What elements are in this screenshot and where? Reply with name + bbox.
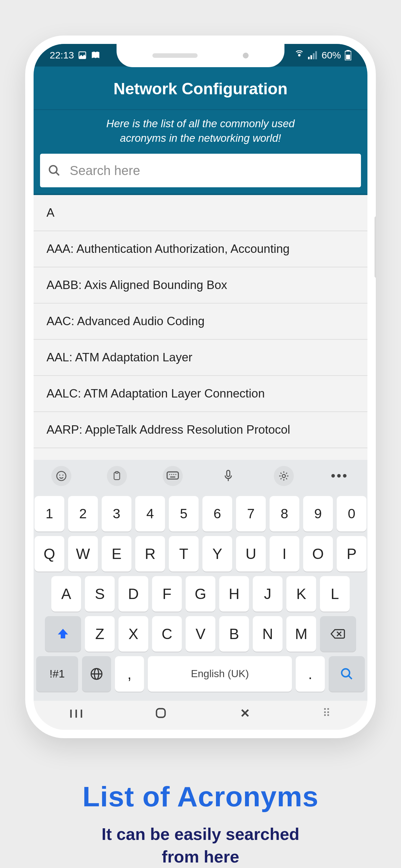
svg-line-29 [348,676,352,679]
key-p[interactable]: P [337,536,366,571]
key-d[interactable]: D [119,576,148,612]
key-o[interactable]: O [303,536,333,571]
key-s[interactable]: S [85,576,115,612]
phone-frame: 22:13 60% Network Configuration Here is … [25,35,376,738]
keyboard-row-2: ASDFGHJKL [36,576,365,612]
more-icon[interactable]: ••• [330,466,350,486]
settings-gear-icon[interactable] [274,466,294,486]
key-r[interactable]: R [135,536,165,571]
svg-point-19 [173,474,174,475]
keyboard: ••• 1234567890 QWERTYUIOP ASDFGHJKL ZXCV… [34,460,367,701]
key-x[interactable]: X [119,616,148,652]
key-a[interactable]: A [51,576,81,612]
svg-rect-16 [167,472,178,479]
key-f[interactable]: F [152,576,182,612]
recents-nav-icon[interactable] [69,707,83,723]
list-item[interactable]: AARP: AppleTalk Address Resolution Proto… [34,412,367,448]
battery-percentage: 60% [321,50,341,61]
subtitle-line-2: acronyms in the networking world! [53,131,348,146]
acronym-list[interactable]: AAAA: Authentication Authorization, Acco… [34,195,367,460]
list-item[interactable]: AAC: Advanced Audio Coding [34,304,367,340]
book-icon [91,51,100,60]
key-i[interactable]: I [270,536,299,571]
key-y[interactable]: Y [203,536,232,571]
key-v[interactable]: V [186,616,215,652]
list-item[interactable]: AAL: ATM Adaptation Layer [34,340,367,376]
key-z[interactable]: Z [85,616,115,652]
period-key[interactable]: . [296,656,325,692]
key-c[interactable]: C [152,616,182,652]
svg-point-9 [50,166,57,173]
search-icon [48,164,61,177]
key-b[interactable]: B [219,616,249,652]
front-camera [243,53,249,58]
key-9[interactable]: 9 [303,496,333,531]
svg-rect-33 [157,709,165,717]
key-1[interactable]: 1 [35,496,64,531]
marketing-subtitle: It can be easily searched from here [82,823,319,868]
space-key[interactable]: English (UK) [148,656,292,692]
comma-key[interactable]: , [115,656,144,692]
keyboard-toolbar: ••• [34,460,367,492]
key-q[interactable]: Q [35,536,64,571]
header-subtitle: Here is the list of all the commonly use… [34,110,367,154]
list-item[interactable]: AAA: Authentication Authorization, Accou… [34,231,367,268]
svg-point-18 [171,474,172,475]
search-input[interactable] [70,163,353,178]
key-m[interactable]: M [286,616,316,652]
key-n[interactable]: N [253,616,282,652]
svg-rect-15 [116,471,119,473]
keyboard-mini-icon[interactable] [163,466,183,486]
key-2[interactable]: 2 [68,496,98,531]
svg-point-1 [298,54,301,57]
keyboard-row-bottom: !#1 , English (UK) . [36,656,365,692]
app-title: Network Configuration [34,66,367,110]
key-h[interactable]: H [219,576,249,612]
emoji-icon[interactable] [51,466,71,486]
search-key[interactable] [329,656,365,692]
key-g[interactable]: G [186,576,215,612]
key-l[interactable]: L [320,576,350,612]
keyboard-drag-icon[interactable]: ⠿ [322,707,332,719]
symbols-key[interactable]: !#1 [36,656,78,692]
back-nav-icon[interactable] [239,707,251,723]
key-t[interactable]: T [169,536,198,571]
key-j[interactable]: J [253,576,282,612]
marketing-sub-line2: from here [82,845,319,868]
key-3[interactable]: 3 [102,496,131,531]
key-0[interactable]: 0 [337,496,366,531]
svg-point-13 [62,474,63,475]
battery-icon [345,50,351,60]
key-u[interactable]: U [236,536,266,571]
svg-point-11 [57,471,66,480]
mic-icon[interactable] [218,466,238,486]
key-4[interactable]: 4 [135,496,165,531]
marketing-sub-line1: It can be easily searched [82,823,319,845]
key-w[interactable]: W [68,536,98,571]
android-navbar: ⠿ [34,701,367,730]
svg-point-17 [169,474,170,475]
list-item[interactable]: AABB: Axis Aligned Bounding Box [34,268,367,304]
key-6[interactable]: 6 [203,496,232,531]
svg-rect-22 [227,470,230,476]
key-5[interactable]: 5 [169,496,198,531]
status-time: 22:13 [50,50,74,61]
clipboard-icon[interactable] [107,466,127,486]
key-7[interactable]: 7 [236,496,266,531]
backspace-key[interactable] [320,616,356,652]
list-item[interactable]: AALC: ATM Adaptation Layer Connection [34,376,367,412]
home-nav-icon[interactable] [154,707,167,723]
notch [117,44,284,67]
language-key[interactable] [82,656,111,692]
shift-key[interactable] [45,616,81,652]
svg-point-12 [59,474,60,475]
key-e[interactable]: E [102,536,131,571]
key-8[interactable]: 8 [270,496,299,531]
svg-rect-3 [310,55,312,59]
list-section-header: A [34,195,367,231]
svg-line-10 [56,172,59,175]
svg-point-28 [342,669,350,677]
key-k[interactable]: K [286,576,316,612]
search-box[interactable] [40,154,361,187]
speaker-grille [152,53,197,58]
